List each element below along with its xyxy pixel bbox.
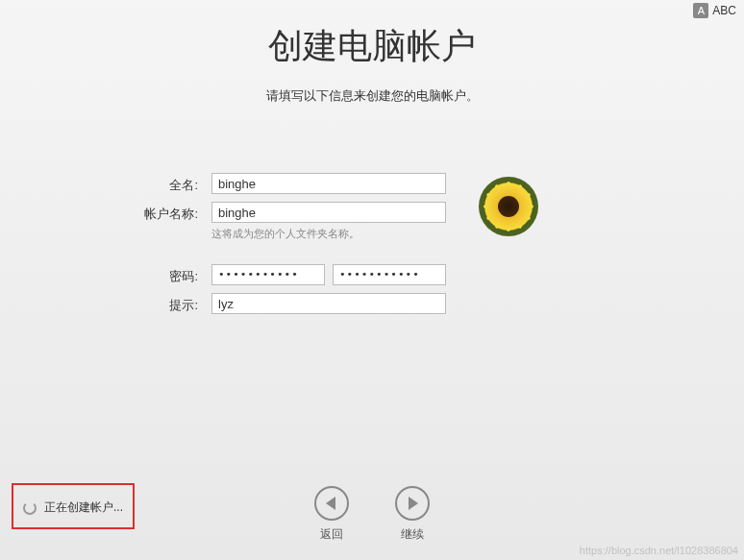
continue-label: 继续 — [401, 526, 424, 543]
continue-arrow-icon — [395, 486, 430, 521]
nav-buttons: 返回 继续 — [0, 486, 744, 543]
input-method-badge: A — [693, 3, 708, 18]
back-button[interactable]: 返回 — [314, 486, 349, 543]
avatar[interactable] — [479, 177, 538, 236]
full-name-input[interactable] — [211, 173, 446, 194]
back-label: 返回 — [320, 526, 343, 543]
password-input[interactable]: ••••••••••• — [211, 264, 325, 285]
watermark: https://blog.csdn.net/l1028386804 — [580, 545, 738, 556]
page-subtitle: 请填写以下信息来创建您的电脑帐户。 — [0, 87, 744, 105]
account-name-label: 帐户名称: — [0, 202, 211, 223]
account-form: 全名: 帐户名称: 这将成为您的个人文件夹名称。 密码: •••••••••••… — [0, 173, 744, 322]
page-title: 创建电脑帐户 — [0, 23, 744, 70]
full-name-label: 全名: — [0, 173, 211, 194]
password-label: 密码: — [0, 264, 211, 285]
account-name-input[interactable] — [211, 202, 446, 223]
sunflower-icon — [479, 177, 538, 236]
hint-label: 提示: — [0, 293, 211, 314]
password-confirm-input[interactable]: ••••••••••• — [333, 264, 446, 285]
input-method-indicator[interactable]: A ABC — [693, 3, 736, 18]
continue-button[interactable]: 继续 — [395, 486, 430, 543]
account-name-hint: 这将成为您的个人文件夹名称。 — [211, 227, 446, 241]
back-arrow-icon — [314, 486, 349, 521]
input-method-label: ABC — [712, 4, 736, 17]
hint-input[interactable] — [211, 293, 446, 314]
